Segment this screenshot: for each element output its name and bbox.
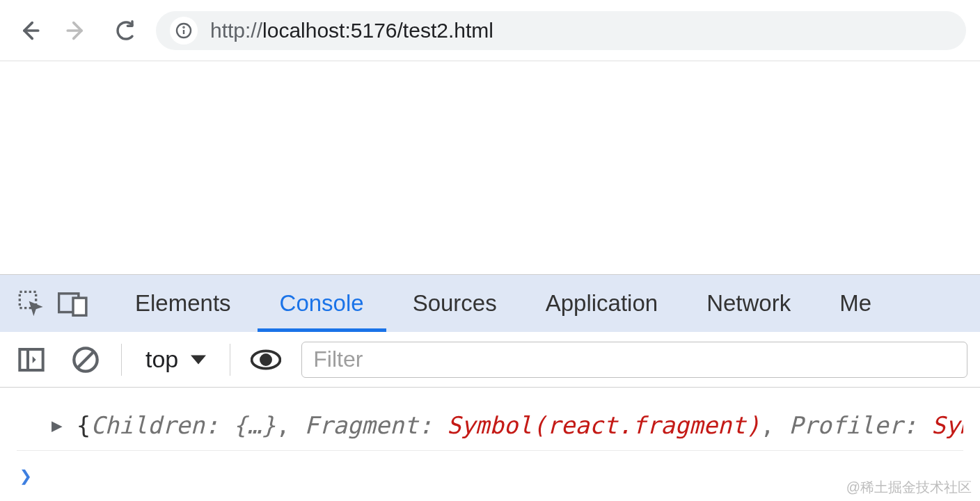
device-toggle-icon[interactable] — [54, 285, 92, 322]
live-expression-icon[interactable] — [247, 341, 285, 379]
prompt-caret-icon: ❯ — [19, 463, 32, 488]
url-scheme: http:// — [210, 19, 262, 42]
chevron-down-icon — [191, 355, 206, 365]
context-label: top — [145, 346, 178, 373]
watermark: @稀土掘金技术社区 — [846, 478, 972, 497]
inspect-element-icon[interactable] — [13, 285, 50, 322]
console-toolbar: top — [0, 332, 980, 388]
devtools-panel: Elements Console Sources Application Net… — [0, 274, 980, 500]
tab-application[interactable]: Application — [523, 275, 680, 332]
log-object-preview: {Children: {…}, Fragment: Symbol(react.f… — [77, 411, 963, 439]
execution-context-select[interactable]: top — [139, 346, 213, 373]
expand-icon[interactable]: ▶ — [52, 415, 63, 436]
svg-point-4 — [183, 26, 184, 27]
filter-input[interactable] — [301, 342, 967, 378]
svg-rect-8 — [19, 349, 42, 370]
tab-more-truncated[interactable]: Me — [817, 275, 894, 332]
separator — [121, 344, 122, 376]
page-viewport — [0, 61, 980, 274]
separator — [230, 344, 230, 376]
toggle-sidebar-icon[interactable] — [13, 341, 50, 379]
tab-elements[interactable]: Elements — [113, 275, 253, 332]
tab-network[interactable]: Network — [684, 275, 813, 332]
back-button[interactable] — [14, 15, 45, 46]
url-path: localhost:5176/test2.html — [262, 19, 493, 42]
forward-button[interactable] — [61, 15, 92, 46]
site-info-icon[interactable] — [170, 17, 198, 45]
address-bar[interactable]: http://localhost:5176/test2.html — [156, 11, 966, 50]
console-prompt[interactable]: ❯ — [17, 451, 963, 500]
svg-line-11 — [77, 351, 93, 367]
console-output: ▶ {Children: {…}, Fragment: Symbol(react… — [0, 388, 980, 500]
tab-console[interactable]: Console — [258, 275, 386, 332]
svg-point-14 — [261, 354, 271, 364]
svg-marker-12 — [191, 355, 206, 364]
console-log-row[interactable]: ▶ {Children: {…}, Fragment: Symbol(react… — [17, 400, 963, 451]
devtools-tabstrip: Elements Console Sources Application Net… — [0, 275, 980, 332]
clear-console-icon[interactable] — [67, 341, 104, 379]
browser-toolbar: http://localhost:5176/test2.html — [0, 0, 980, 61]
tab-sources[interactable]: Sources — [390, 275, 519, 332]
url-text: http://localhost:5176/test2.html — [210, 19, 493, 42]
reload-button[interactable] — [109, 15, 139, 46]
svg-rect-7 — [73, 298, 86, 315]
